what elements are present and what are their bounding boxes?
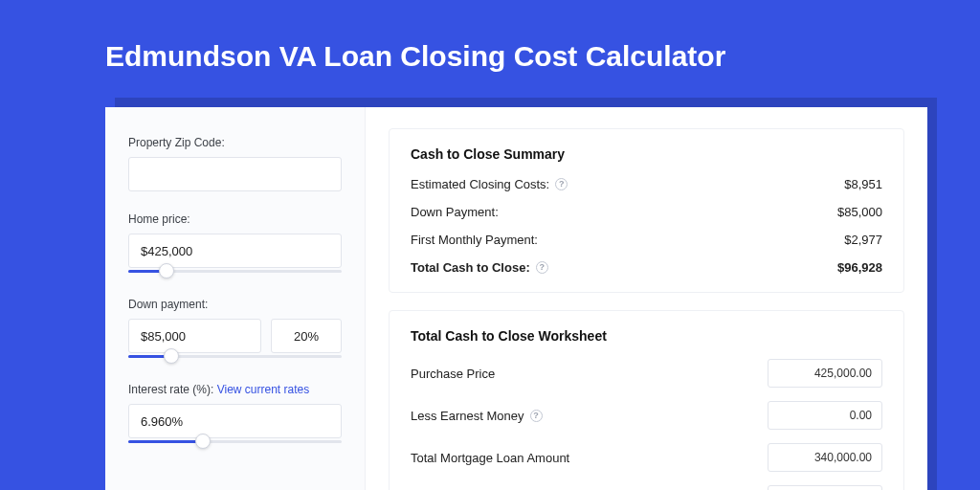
help-icon[interactable]: ?	[530, 410, 543, 422]
slider-thumb[interactable]	[164, 348, 179, 364]
calculator-panel: Property Zip Code: Home price: Down paym…	[105, 107, 927, 490]
down-payment-input[interactable]	[128, 319, 261, 353]
results-main: Cash to Close Summary Estimated Closing …	[366, 107, 927, 490]
worksheet-heading: Total Cash to Close Worksheet	[411, 328, 882, 344]
interest-rate-field-group: Interest rate (%): View current rates	[128, 383, 342, 447]
worksheet-row-label: Less Earnest Money	[411, 409, 524, 423]
zip-input[interactable]	[128, 157, 342, 191]
worksheet-row: Total Second Mortgage Amount ?	[411, 485, 882, 490]
slider-thumb[interactable]	[159, 263, 174, 278]
summary-row-value: $85,000	[837, 205, 882, 219]
slider-thumb[interactable]	[195, 434, 211, 449]
summary-row: Estimated Closing Costs: ? $8,951	[411, 177, 882, 191]
down-payment-label: Down payment:	[128, 298, 342, 311]
summary-total-value: $96,928	[837, 260, 882, 275]
home-price-slider[interactable]	[128, 265, 342, 277]
down-payment-field-group: Down payment:	[128, 298, 342, 362]
interest-rate-label-text: Interest rate (%):	[128, 383, 217, 396]
summary-heading: Cash to Close Summary	[411, 146, 882, 162]
interest-rate-input[interactable]	[128, 404, 342, 438]
summary-row-value: $2,977	[844, 233, 882, 247]
summary-row: Down Payment: $85,000	[411, 205, 882, 219]
home-price-input[interactable]	[128, 234, 342, 268]
worksheet-earnest-money-input[interactable]	[768, 401, 882, 430]
worksheet-row-label: Purchase Price	[411, 367, 495, 381]
down-payment-pct-input[interactable]	[271, 319, 342, 353]
summary-total-label: Total Cash to Close:	[411, 260, 530, 275]
interest-rate-label: Interest rate (%): View current rates	[128, 383, 342, 396]
summary-total-row: Total Cash to Close: ? $96,928	[411, 260, 882, 275]
zip-field-group: Property Zip Code:	[128, 136, 342, 191]
summary-row-label: Down Payment:	[411, 205, 499, 219]
worksheet-row-label: Total Mortgage Loan Amount	[411, 451, 569, 465]
zip-label: Property Zip Code:	[128, 136, 342, 149]
view-rates-link[interactable]: View current rates	[217, 383, 310, 396]
home-price-label: Home price:	[128, 212, 342, 226]
worksheet-second-mortgage-input[interactable]	[768, 485, 882, 490]
worksheet-mortgage-amount-input[interactable]	[768, 443, 882, 472]
summary-card: Cash to Close Summary Estimated Closing …	[389, 128, 904, 293]
summary-row: First Monthly Payment: $2,977	[411, 233, 882, 247]
worksheet-row: Purchase Price	[411, 359, 882, 388]
help-icon[interactable]: ?	[536, 261, 548, 274]
worksheet-row: Less Earnest Money ?	[411, 401, 882, 430]
worksheet-card: Total Cash to Close Worksheet Purchase P…	[389, 310, 904, 490]
summary-row-value: $8,951	[844, 177, 882, 191]
down-payment-slider[interactable]	[128, 350, 342, 362]
page-title: Edmundson VA Loan Closing Cost Calculato…	[0, 0, 980, 94]
inputs-sidebar: Property Zip Code: Home price: Down paym…	[105, 107, 366, 490]
home-price-field-group: Home price:	[128, 212, 342, 277]
worksheet-row: Total Mortgage Loan Amount	[411, 443, 882, 472]
slider-fill	[128, 440, 203, 443]
worksheet-purchase-price-input[interactable]	[768, 359, 882, 388]
help-icon[interactable]: ?	[555, 178, 568, 190]
summary-row-label: First Monthly Payment:	[411, 233, 538, 247]
summary-row-label: Estimated Closing Costs:	[411, 177, 549, 191]
interest-rate-slider[interactable]	[128, 435, 342, 447]
